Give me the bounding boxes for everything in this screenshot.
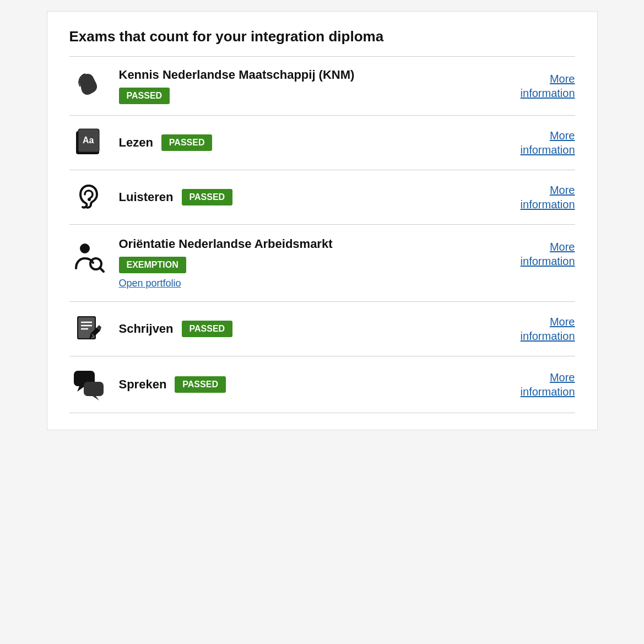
more-info-luisteren[interactable]: Moreinformation (493, 183, 575, 212)
exam-content-lezen: Lezen PASSED (108, 134, 493, 151)
more-info-knm[interactable]: Moreinformation (493, 72, 575, 100)
svg-line-7 (100, 268, 104, 272)
exam-name-ona: Oriëntatie Nederlandse Arbeidsmarkt (119, 237, 333, 251)
more-info-lezen[interactable]: Moreinformation (493, 128, 575, 157)
icon-schrijven (69, 313, 108, 345)
exam-row-luisteren: Luisteren PASSED Moreinformation (69, 170, 575, 224)
more-info-ona[interactable]: Moreinformation (493, 237, 575, 268)
badge-schrijven: PASSED (182, 321, 233, 337)
exam-name-knm: Kennis Nederlandse Maatschappij (KNM) (119, 68, 355, 82)
icon-spreken (69, 367, 108, 402)
exam-row-schrijven: Schrijven PASSED Moreinformation (69, 302, 575, 356)
exam-row-knm: Kennis Nederlandse Maatschappij (KNM) PA… (69, 57, 575, 115)
exam-name-luisteren: Luisteren (119, 190, 174, 204)
exam-name-schrijven: Schrijven (119, 322, 174, 336)
badge-luisteren: PASSED (182, 189, 233, 205)
badge-ona: EXEMPTION (119, 257, 186, 273)
exam-name-spreken: Spreken (119, 377, 167, 392)
exam-content-knm: Kennis Nederlandse Maatschappij (KNM) PA… (108, 68, 493, 104)
exam-row-spreken: Spreken PASSED Moreinformation (69, 356, 575, 413)
icon-knm (69, 69, 108, 102)
exam-name-lezen: Lezen (119, 136, 153, 150)
more-info-schrijven[interactable]: Moreinformation (493, 315, 575, 343)
icon-ona (69, 237, 108, 274)
svg-rect-15 (84, 382, 104, 396)
portfolio-link-ona[interactable]: Open portfolio (119, 278, 181, 289)
main-container: Exams that count for your integration di… (47, 11, 598, 430)
badge-lezen: PASSED (161, 134, 213, 151)
bottom-divider (69, 413, 575, 413)
exam-content-luisteren: Luisteren PASSED (108, 189, 493, 205)
badge-spreken: PASSED (175, 376, 226, 393)
exam-row-lezen: Aa Lezen PASSED Moreinformation (69, 116, 575, 170)
svg-text:Aa: Aa (83, 136, 94, 145)
svg-point-4 (88, 198, 91, 201)
icon-lezen: Aa (69, 127, 108, 159)
exam-content-schrijven: Schrijven PASSED (108, 321, 493, 337)
exam-content-ona: Oriëntatie Nederlandse Arbeidsmarkt EXEM… (108, 237, 493, 289)
badge-knm: PASSED (119, 88, 170, 104)
icon-luisteren (69, 181, 108, 213)
more-info-spreken[interactable]: Moreinformation (493, 370, 575, 399)
svg-point-5 (80, 243, 90, 253)
exam-content-spreken: Spreken PASSED (108, 376, 493, 393)
svg-rect-9 (78, 317, 95, 338)
exam-row-ona: Oriëntatie Nederlandse Arbeidsmarkt EXEM… (69, 225, 575, 301)
page-title: Exams that count for your integration di… (69, 28, 575, 45)
